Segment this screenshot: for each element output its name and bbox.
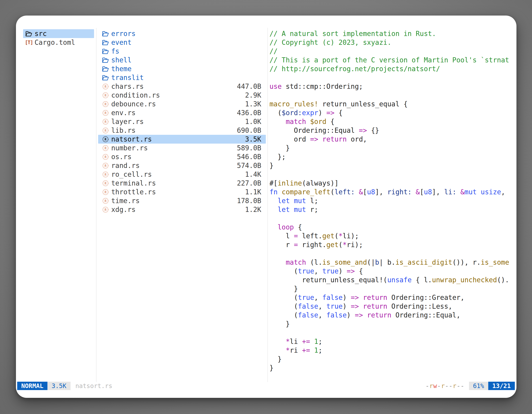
code-line: loop {: [269, 223, 512, 231]
svg-text:R: R: [104, 93, 106, 97]
entry-name: event: [111, 39, 132, 47]
code-line: use std::cmp::Ordering;: [269, 82, 512, 91]
pane-divider-left: [96, 28, 96, 382]
rust-file-icon: R: [101, 136, 110, 143]
svg-text:R: R: [104, 128, 106, 132]
file-row-throttle.rs[interactable]: Rthrottle.rs1.1K: [98, 188, 266, 196]
entry-name: os.rs: [111, 153, 132, 161]
file-row-condition.rs[interactable]: Rcondition.rs2.9K: [98, 91, 266, 100]
folder-open-icon: [101, 30, 110, 38]
code-line: match (l.is_some_and(|b| b.is_ascii_digi…: [269, 258, 512, 267]
mode-label: NORMAL: [21, 382, 43, 389]
dir-row-errors[interactable]: errors: [98, 29, 266, 38]
dir-row-fs[interactable]: fs: [98, 47, 266, 56]
entry-name: shell: [111, 56, 132, 64]
folder-open-icon: [101, 65, 110, 73]
svg-text:R: R: [104, 199, 106, 203]
entry-name: condition.rs: [111, 91, 160, 99]
mode-badge: NORMAL: [17, 382, 48, 390]
entry-name: throttle.rs: [111, 188, 156, 196]
file-row-xdg.rs[interactable]: Rxdg.rs1.2K: [98, 205, 266, 214]
entry-name: lib.rs: [111, 126, 135, 135]
svg-text:R: R: [104, 173, 106, 176]
rust-file-icon: R: [101, 162, 110, 169]
entry-name: theme: [111, 65, 132, 73]
dir-row-shell[interactable]: shell: [98, 56, 266, 64]
code-line: // Copyright (c) 2023, sxyazi.: [269, 38, 512, 47]
current-pane: errorseventfsshellthemetranslitRchars.rs…: [98, 29, 266, 214]
entry-size: 3.5K: [245, 135, 261, 143]
code-line: }: [269, 284, 512, 293]
scroll-percent-label: 61%: [473, 382, 484, 389]
svg-text:R: R: [104, 111, 106, 115]
rust-file-icon: R: [101, 197, 110, 204]
folder-open-icon: [101, 39, 110, 46]
code-line: ord => return ord,: [269, 135, 512, 144]
entry-name: time.rs: [111, 197, 140, 205]
entry-name: number.rs: [111, 144, 148, 152]
desktop-background: src[T]Cargo.toml errorseventfsshelltheme…: [0, 0, 532, 414]
file-row-os.rs[interactable]: Ros.rs546.0B: [98, 152, 266, 161]
svg-text:R: R: [104, 120, 106, 124]
file-row-terminal.rs[interactable]: Rterminal.rs227.0B: [98, 179, 266, 188]
code-line: return_unless_equal!(unsafe { l.unwrap_u…: [269, 276, 512, 284]
entry-name: rand.rs: [111, 162, 140, 170]
file-row-layer.rs[interactable]: Rlayer.rs1.0K: [98, 117, 266, 126]
parent-pane: src[T]Cargo.toml: [23, 29, 94, 47]
file-row-time.rs[interactable]: Rtime.rs178.0B: [98, 196, 266, 205]
code-line: };: [269, 152, 512, 161]
preview-pane: // A natural sort implementation in Rust…: [268, 29, 512, 377]
file-row-rand.rs[interactable]: Rrand.rs574.0B: [98, 161, 266, 170]
rust-file-icon: R: [101, 144, 110, 152]
file-row-env.rs[interactable]: Renv.rs436.0B: [98, 108, 266, 117]
code-line: [269, 170, 512, 179]
file-row-ro_cell.rs[interactable]: Rro_cell.rs1.4K: [98, 170, 266, 179]
code-line: #[inline(always)]: [269, 179, 512, 188]
entry-size: 447.0B: [237, 82, 261, 90]
code-line: let mut r;: [269, 205, 512, 214]
rust-file-icon: R: [101, 188, 110, 196]
code-line: *ri += 1;: [269, 346, 512, 355]
toml-file-icon: [T]: [25, 39, 33, 46]
entry-name: terminal.rs: [111, 179, 156, 187]
cursor-position-badge: 13/21: [488, 382, 515, 390]
cursor-position-label: 13/21: [492, 382, 511, 389]
entry-size: 2.9K: [245, 91, 261, 99]
entry-name: fs: [111, 47, 119, 55]
file-row-lib.rs[interactable]: Rlib.rs690.0B: [98, 126, 266, 135]
code-line: (false, true) => return Ordering::Less,: [269, 302, 512, 311]
entry-size: 1.1K: [245, 188, 261, 196]
dir-row-translit[interactable]: translit: [98, 73, 266, 82]
folder-open-icon: [101, 74, 110, 81]
dir-row-event[interactable]: event: [98, 38, 266, 47]
code-line: (true, true) => {: [269, 267, 512, 276]
code-line: (true, false) => return Ordering::Greate…: [269, 293, 512, 302]
status-filename: natsort.rs: [76, 382, 113, 389]
file-row-natsort.rs[interactable]: Rnatsort.rs3.5K: [98, 135, 266, 144]
svg-text:R: R: [104, 208, 106, 212]
entry-size: 546.0B: [237, 153, 261, 161]
file-row-debounce.rs[interactable]: Rdebounce.rs1.3K: [98, 100, 266, 108]
code-line: Ordering::Equal => {}: [269, 126, 512, 135]
rust-file-icon: R: [101, 127, 110, 134]
scroll-percent-badge: 61%: [469, 382, 488, 390]
svg-text:R: R: [104, 137, 106, 141]
file-row-number.rs[interactable]: Rnumber.rs589.0B: [98, 144, 266, 152]
dir-row-theme[interactable]: theme: [98, 64, 266, 73]
entry-size: 1.0K: [245, 118, 261, 125]
code-line: }: [269, 144, 512, 152]
rust-file-icon: R: [101, 109, 110, 116]
svg-text:R: R: [104, 146, 106, 150]
entry-name: chars.rs: [111, 82, 144, 90]
file-row-chars.rs[interactable]: Rchars.rs447.0B: [98, 82, 266, 91]
svg-text:R: R: [104, 164, 106, 167]
entry-name: env.rs: [111, 109, 135, 117]
code-line: r = right.get(*ri);: [269, 240, 512, 249]
entry-size: 178.0B: [237, 197, 261, 205]
dir-row-src[interactable]: src: [23, 29, 94, 38]
rust-file-icon: R: [101, 92, 110, 99]
file-row-Cargo.toml[interactable]: [T]Cargo.toml: [23, 38, 94, 47]
code-line: let mut l;: [269, 196, 512, 205]
code-line: ($ord:expr) => {: [269, 108, 512, 117]
entry-name: errors: [111, 30, 135, 38]
